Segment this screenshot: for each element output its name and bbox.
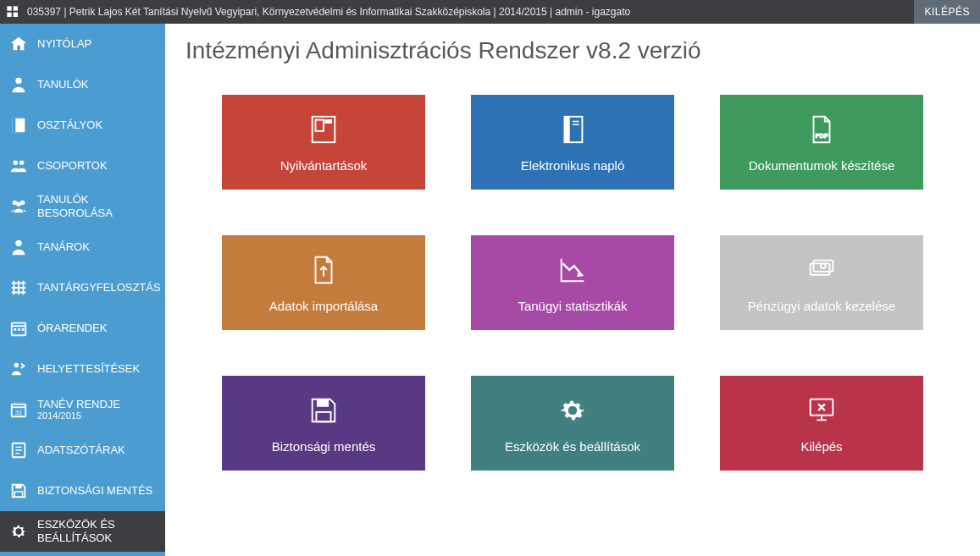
svg-text:PDF: PDF: [815, 131, 828, 139]
records-icon: [307, 113, 341, 146]
tile-label: Elektronikus napló: [521, 158, 625, 173]
app-logo-icon: [5, 4, 20, 19]
sidebar-item-label: TANTÁRGYFELOSZTÁS: [37, 281, 161, 295]
assignment-icon: [8, 196, 29, 217]
home-icon: [8, 34, 29, 54]
sidebar-item-label: TANULÓK BESOROLÁSA: [37, 193, 157, 219]
tile-label: Biztonsági mentés: [272, 439, 376, 454]
sidebar-item-label: HELYETTESÍTÉSEK: [37, 362, 157, 376]
svg-rect-14: [14, 328, 17, 331]
svg-text:31: 31: [15, 409, 22, 416]
svg-rect-1: [14, 6, 18, 10]
sidebar-item-teachers[interactable]: TANÁROK: [0, 227, 165, 267]
tile-documents[interactable]: PDF Dokumentumok készítése: [720, 95, 923, 190]
sidebar-item-student-assignment[interactable]: TANULÓK BESOROLÁSA: [0, 186, 165, 227]
sidebar-item-label: ADATSZÓTÁRAK: [37, 443, 157, 457]
sidebar-item-timetables[interactable]: ÓRARENDEK: [0, 308, 165, 349]
sidebar-item-label: TANÁROK: [37, 240, 157, 254]
page-title: Intézményi Adminisztrációs Rendszer v8.2…: [185, 37, 960, 64]
svg-rect-0: [7, 6, 11, 10]
svg-point-4: [15, 78, 21, 84]
sidebar-item-label: OSZTÁLYOK: [37, 118, 157, 132]
svg-rect-25: [325, 119, 332, 123]
sidebar-item-students[interactable]: TANULÓK: [0, 64, 165, 105]
substitution-icon: [8, 359, 29, 379]
save-icon: [307, 394, 341, 427]
sidebar-item-label: NYITÓLAP: [37, 37, 157, 51]
sidebar-item-label: ÓRARENDEK: [37, 322, 157, 335]
svg-rect-3: [14, 13, 18, 17]
tile-label: Tanügyi statisztikák: [518, 299, 627, 313]
sidebar-item-label: ESZKÖZÖK ÉS BEÁLLÍTÁSOK: [37, 518, 157, 544]
tile-statistics[interactable]: Tanügyi statisztikák: [471, 235, 674, 330]
tile-tools-settings[interactable]: Eszközök és beállítások: [471, 376, 674, 471]
calendar-31-icon: 31: [8, 399, 29, 420]
tile-label: Adatok importálása: [269, 299, 378, 313]
tile-label: Kilépés: [800, 439, 842, 454]
svg-rect-32: [317, 399, 328, 406]
svg-rect-24: [316, 119, 324, 130]
sidebar-item-label: TANÉV RENDJE 2014/2015: [37, 398, 157, 422]
pdf-icon: PDF: [805, 113, 839, 146]
topbar: 035397 | Petrik Lajos Két Tanítási Nyelv…: [0, 0, 980, 24]
tile-label: Eszközök és beállítások: [505, 439, 640, 454]
sidebar-item-label: BIZTONSÁGI MENTÉS: [37, 484, 157, 498]
sidebar-item-classes[interactable]: OSZTÁLYOK: [0, 105, 165, 146]
tile-financial: Pénzügyi adatok kezelése: [720, 235, 923, 330]
sidebar-item-label: TANULÓK: [37, 78, 157, 91]
svg-rect-16: [22, 328, 25, 331]
svg-point-11: [16, 202, 21, 207]
svg-rect-27: [565, 116, 570, 141]
exit-icon: [805, 394, 839, 427]
dictionary-icon: [8, 440, 29, 460]
sidebar-item-substitutions[interactable]: HELYETTESÍTÉSEK: [0, 349, 165, 389]
sidebar-item-tools-settings[interactable]: ESZKÖZÖK ÉS BEÁLLÍTÁSOK: [0, 511, 165, 552]
svg-rect-33: [316, 411, 330, 421]
tile-journal[interactable]: Elektronikus napló: [471, 95, 674, 190]
tile-grid: Nyilvántartások Elektronikus napló PDF D…: [185, 95, 960, 471]
svg-point-7: [14, 161, 18, 166]
sidebar-item-label: CSOPORTOK: [37, 159, 157, 173]
sidebar-item-subject-allocation[interactable]: TANTÁRGYFELOSZTÁS: [0, 267, 165, 308]
svg-point-8: [19, 161, 24, 166]
tile-label: Pénzügyi adatok kezelése: [748, 299, 895, 313]
book-icon: [8, 115, 29, 135]
stats-icon: [556, 253, 590, 287]
journal-icon: [556, 113, 590, 146]
gear-icon: [8, 521, 29, 542]
gear-icon: [556, 394, 590, 427]
save-icon: [8, 481, 29, 501]
calendar-icon: [8, 318, 29, 339]
student-icon: [8, 74, 29, 95]
svg-rect-2: [7, 13, 11, 17]
logout-button[interactable]: KILÉPÉS: [914, 0, 980, 24]
tile-import[interactable]: Adatok importálása: [222, 235, 425, 330]
sidebar: NYITÓLAP TANULÓK OSZTÁLYOK CSOPORTOK TAN: [0, 24, 165, 556]
grid-icon: [8, 278, 29, 298]
svg-rect-15: [18, 328, 20, 331]
sidebar-item-home[interactable]: NYITÓLAP: [0, 24, 165, 64]
main-content: Intézményi Adminisztrációs Rendszer v8.2…: [165, 24, 980, 556]
sidebar-item-school-year[interactable]: 31 TANÉV RENDJE 2014/2015: [0, 389, 165, 430]
tile-label: Dokumentumok készítése: [749, 158, 895, 173]
money-icon: [805, 253, 839, 287]
tile-backup[interactable]: Biztonsági mentés: [222, 376, 425, 471]
svg-rect-6: [13, 118, 16, 133]
sidebar-item-groups[interactable]: CSOPORTOK: [0, 146, 165, 186]
svg-point-31: [821, 263, 826, 268]
svg-point-17: [14, 363, 19, 368]
sidebar-item-dictionaries[interactable]: ADATSZÓTÁRAK: [0, 430, 165, 471]
topbar-text: 035397 | Petrik Lajos Két Tanítási Nyelv…: [27, 6, 914, 18]
groups-icon: [8, 156, 29, 176]
tile-label: Nyilvántartások: [280, 158, 368, 173]
svg-point-12: [15, 240, 21, 246]
import-icon: [307, 253, 341, 287]
svg-rect-21: [15, 485, 21, 489]
tile-exit[interactable]: Kilépés: [720, 376, 923, 471]
svg-rect-22: [14, 492, 22, 497]
teacher-icon: [8, 237, 29, 257]
sidebar-item-backup[interactable]: BIZTONSÁGI MENTÉS: [0, 471, 165, 511]
tile-records[interactable]: Nyilvántartások: [222, 95, 425, 190]
